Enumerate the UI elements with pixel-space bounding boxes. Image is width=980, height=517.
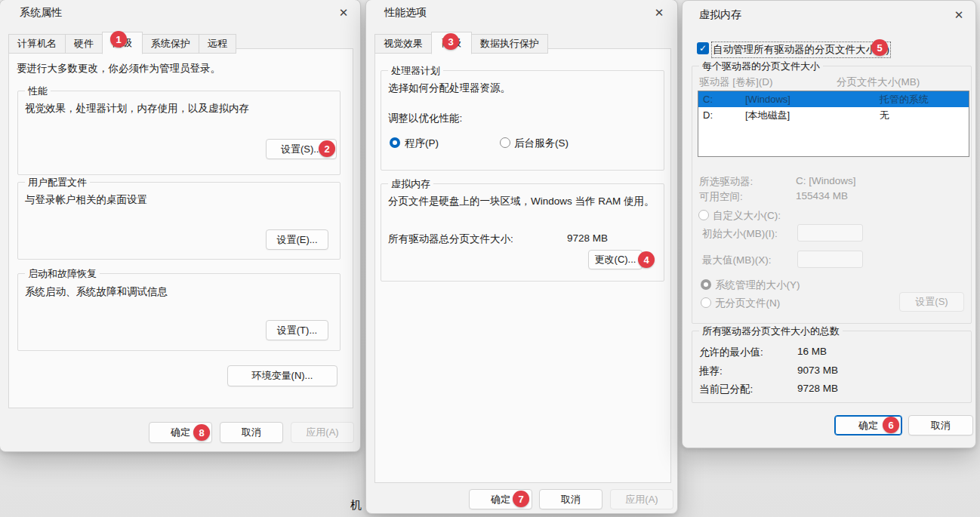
currently-allocated-label: 当前已分配: bbox=[699, 383, 753, 396]
performance-options-dialog: 性能选项 ✕ 视觉效果 高级 数据执行保护 3 处理器计划 选择如何分配处理器资… bbox=[365, 0, 678, 514]
annotation-badge-6: 6 bbox=[883, 417, 899, 433]
drive-row-d: D: [本地磁盘] 无 bbox=[698, 107, 969, 123]
annotation-badge-3: 3 bbox=[442, 33, 459, 50]
system-properties-dialog: 系统属性 ✕ 计算机名 硬件 高级 系统保护 远程 1 要进行大多数更改，你必须… bbox=[0, 0, 361, 452]
drive-volume-label: [Windows] bbox=[745, 94, 790, 105]
no-paging-file-radio-label: 无分页文件(N) bbox=[715, 297, 780, 310]
performance-group-desc: 视觉效果，处理器计划，内存使用，以及虚拟内存 bbox=[25, 102, 249, 115]
change-button[interactable]: 更改(C)... bbox=[588, 250, 643, 269]
drive-volume-label: [本地磁盘] bbox=[745, 109, 790, 122]
drive-listbox: C: [Windows] 托管的系统 D: [本地磁盘] 无 bbox=[698, 91, 969, 157]
totals-group-title: 所有驱动器分页文件大小的总数 bbox=[699, 325, 843, 338]
max-size-input bbox=[797, 251, 863, 268]
user-profiles-settings-button[interactable]: 设置(E)... bbox=[266, 229, 328, 250]
tab-remote[interactable]: 远程 bbox=[199, 34, 236, 54]
admin-note-text: 要进行大多数更改，你必须作为管理员登录。 bbox=[17, 62, 220, 75]
cancel-button[interactable]: 取消 bbox=[908, 415, 973, 435]
background-stray-text: 机 bbox=[350, 498, 362, 512]
max-size-label: 最大值(MB)(X): bbox=[702, 254, 772, 267]
initial-size-label: 初始大小(MB)(I): bbox=[702, 227, 778, 241]
size-column-header: 分页文件大小(MB) bbox=[837, 75, 920, 89]
annotation-badge-1: 1 bbox=[110, 31, 127, 48]
programs-radio[interactable] bbox=[390, 137, 400, 148]
tune-performance-label: 调整以优化性能: bbox=[388, 112, 462, 125]
no-paging-file-radio bbox=[701, 297, 711, 308]
startup-recovery-group-desc: 系统启动、系统故障和调试信息 bbox=[25, 285, 168, 299]
drive-paging-size: 无 bbox=[880, 109, 889, 122]
annotation-badge-4: 4 bbox=[638, 251, 655, 268]
free-space-label: 可用空间: bbox=[699, 190, 743, 204]
background-services-radio[interactable] bbox=[500, 137, 510, 148]
recommended-label: 推荐: bbox=[699, 365, 723, 378]
user-profiles-group-title: 用户配置文件 bbox=[25, 176, 90, 189]
recommended-value: 9073 MB bbox=[797, 365, 838, 376]
performance-group-title: 性能 bbox=[25, 85, 51, 98]
startup-recovery-settings-button[interactable]: 设置(T)... bbox=[266, 320, 328, 340]
drive-paging-size: 托管的系统 bbox=[880, 93, 929, 106]
cancel-button[interactable]: 取消 bbox=[220, 422, 283, 443]
drive-column-header: 驱动器 [卷标](D) bbox=[699, 75, 773, 89]
total-paging-value: 9728 MB bbox=[567, 232, 608, 244]
tab-visual-effects[interactable]: 视觉效果 bbox=[374, 34, 432, 54]
close-icon[interactable]: ✕ bbox=[336, 5, 351, 20]
annotation-badge-7: 7 bbox=[513, 491, 529, 507]
virtual-memory-group-title: 虚拟内存 bbox=[388, 177, 433, 191]
user-profiles-group-desc: 与登录帐户相关的桌面设置 bbox=[25, 193, 147, 207]
min-allowed-value: 16 MB bbox=[797, 346, 827, 357]
annotation-badge-8: 8 bbox=[193, 424, 210, 441]
close-icon[interactable]: ✕ bbox=[951, 8, 966, 23]
currently-allocated-value: 9728 MB bbox=[797, 383, 838, 394]
processor-scheduling-desc: 选择如何分配处理器资源。 bbox=[388, 82, 510, 95]
selected-drive-value: C: [Windows] bbox=[796, 175, 856, 186]
tab-system-protection[interactable]: 系统保护 bbox=[142, 34, 199, 54]
check-icon: ✓ bbox=[699, 43, 707, 54]
min-allowed-label: 允许的最小值: bbox=[699, 346, 763, 359]
drive-letter: C: bbox=[703, 94, 713, 105]
processor-scheduling-title: 处理器计划 bbox=[388, 64, 443, 78]
performance-options-tabs: 视觉效果 高级 数据执行保护 bbox=[374, 31, 547, 54]
free-space-value: 155434 MB bbox=[796, 190, 848, 202]
set-button: 设置(S) bbox=[899, 292, 964, 312]
system-properties-titlebar: 系统属性 ✕ bbox=[0, 0, 360, 26]
virtual-memory-titlebar: 虚拟内存 ✕ bbox=[683, 1, 975, 26]
annotation-badge-5: 5 bbox=[871, 39, 888, 56]
tab-computer-name[interactable]: 计算机名 bbox=[8, 34, 66, 54]
total-paging-label: 所有驱动器总分页文件大小: bbox=[388, 232, 513, 246]
close-icon[interactable]: ✕ bbox=[652, 5, 667, 20]
dialog-title: 虚拟内存 bbox=[699, 8, 741, 22]
background-services-radio-label[interactable]: 后台服务(S) bbox=[514, 137, 569, 150]
apply-button: 应用(A) bbox=[291, 422, 354, 443]
system-managed-radio bbox=[701, 279, 711, 290]
dialog-title: 性能选项 bbox=[384, 6, 427, 20]
tab-dep[interactable]: 数据执行保护 bbox=[471, 34, 548, 54]
apply-button: 应用(A) bbox=[610, 489, 673, 509]
virtual-memory-dialog: 虚拟内存 ✕ ✓ 自动管理所有驱动器的分页文件大小(A) 5 每个驱动器的分页文… bbox=[682, 0, 976, 448]
initial-size-input bbox=[797, 224, 863, 242]
auto-manage-checkbox-label[interactable]: 自动管理所有驱动器的分页文件大小(A) bbox=[713, 43, 889, 57]
drive-letter: D: bbox=[703, 109, 713, 121]
custom-size-radio bbox=[698, 210, 709, 220]
tab-hardware[interactable]: 硬件 bbox=[65, 34, 103, 54]
performance-options-titlebar: 性能选项 ✕ bbox=[366, 0, 677, 26]
auto-manage-checkbox[interactable]: ✓ bbox=[697, 42, 709, 54]
cancel-button[interactable]: 取消 bbox=[539, 489, 602, 509]
system-managed-radio-label: 系统管理的大小(Y) bbox=[715, 279, 800, 292]
startup-recovery-group-title: 启动和故障恢复 bbox=[25, 267, 100, 281]
custom-size-radio-label: 自定义大小(C): bbox=[713, 209, 781, 223]
drive-row-c: C: [Windows] 托管的系统 bbox=[698, 91, 969, 107]
programs-radio-label[interactable]: 程序(P) bbox=[405, 137, 439, 150]
paging-per-drive-title: 每个驱动器的分页文件大小 bbox=[699, 60, 823, 73]
selected-drive-label: 所选驱动器: bbox=[699, 175, 753, 189]
dialog-title: 系统属性 bbox=[20, 6, 62, 20]
annotation-badge-2: 2 bbox=[319, 140, 335, 157]
environment-variables-button[interactable]: 环境变量(N)... bbox=[227, 365, 337, 386]
virtual-memory-desc: 分页文件是硬盘上的一块区域，Windows 当作 RAM 使用。 bbox=[388, 195, 655, 208]
